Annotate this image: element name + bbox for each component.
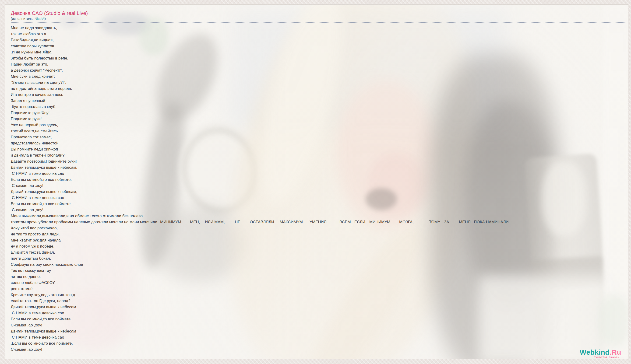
lyric-line: Пронюхала тот замес, <box>11 134 625 140</box>
lyric-line: .Если вы со мной,то все поймете. <box>11 340 625 346</box>
artist-link[interactable]: NiceVi <box>35 16 45 20</box>
lyric-line: С-самая ,ао ,хоу! <box>11 346 625 352</box>
lyric-line: Мне суки в след кричат: <box>11 74 625 80</box>
dotted-separator <box>11 22 625 23</box>
lyric-line: но я достойна ведь этого первая. <box>11 86 625 92</box>
lyric-line: Срифмую на ооу своих несколько слов <box>11 262 625 268</box>
lyric-line: С-самая ,ао ,хоу! <box>11 183 625 189</box>
lyric-line: Двигай телом,руки выше к небесам, <box>11 189 625 195</box>
lyric-line: Парни любят за это, <box>11 61 625 68</box>
lyric-line: Мне не надо завидовать, <box>11 25 625 31</box>
lyric-line: Меня выжимали,выманивали,и на обмане тек… <box>11 213 625 219</box>
lyric-line: "Зачем ты вышла на сцену?!", <box>11 80 625 86</box>
lyric-line: будто ворвалась в клуб. <box>11 104 625 110</box>
lyric-line: С-самая ,ао ,хоу! <box>11 207 625 213</box>
song-title: Девочка САО (Studio & real Live) <box>11 10 625 16</box>
logo-brand: Webkind <box>580 348 609 356</box>
lyric-line: представлялась невестой. <box>11 140 625 146</box>
lyric-line: С НАМИ в теме девочка сао <box>11 334 625 340</box>
lyric-line: Запал я пушечный <box>11 98 625 104</box>
lyrics-card: Девочка САО (Studio & real Live) (исполн… <box>5 4 628 359</box>
lyric-line: почти допитый бокал. <box>11 256 625 262</box>
lyric-line: Двигай телом,руки выше к небесам <box>11 328 625 334</box>
lyric-line: ,чтобы быть полностью в репе. <box>11 55 625 61</box>
lyric-line: сильно люблю ФАСЛОУ <box>11 280 625 286</box>
artist-prefix: (исполнитель: <box>11 16 35 20</box>
lyric-line: .И не нужны мне яйца <box>11 49 625 55</box>
page-background: Девочка САО (Studio & real Live) (исполн… <box>0 0 631 364</box>
lyric-line: Поднимите руки! <box>11 116 625 122</box>
artist-suffix: ) <box>45 16 46 20</box>
lyric-line: С НАМИ в теме девочка сао. <box>11 310 625 316</box>
lyric-line: Вы помните леди хип-хоп <box>11 146 625 152</box>
logo-domain: .Ru <box>609 348 621 356</box>
lyric-line: Если вы со мной,то все поймете. <box>11 177 625 183</box>
lyric-line: С НАМИ в теме девочка сао <box>11 170 625 177</box>
lyric-line: И в центре я качаю зал весь <box>11 92 625 98</box>
logo-wordmark: Webkind.Ru <box>580 349 621 356</box>
lyric-line: Уже не первый раз здесь, <box>11 122 625 128</box>
lyric-line: и двигала в такт,ей хлопали? <box>11 152 625 158</box>
lyric-line: Кричите хоу-хоу,ведь это хип-хоп,д <box>11 292 625 298</box>
lyric-line: Поднимите руки!Хоу! <box>11 110 625 116</box>
lyric-line: Если вы со мной,то все поймете. <box>11 316 625 322</box>
lyric-line: елайте топ-топ.Где руки, народ? <box>11 298 625 304</box>
lyric-line: Давайте повторим.Поднимите руки! <box>11 158 625 164</box>
webkind-logo[interactable]: Webkind.Ru тексты песен <box>580 349 621 359</box>
lyric-line: Если вы со мной,то все поймете. <box>11 201 625 207</box>
lyric-line: читаю не давно, <box>11 274 625 280</box>
lyrics-text: Мне не надо завидовать,так не люблю это … <box>11 25 625 352</box>
lyric-line: ну а потом уж к победе. <box>11 243 625 250</box>
lyric-line: Так вот скажу вам тоу <box>11 268 625 274</box>
lyric-line: Хочу чтоб вас раскачало, <box>11 225 625 231</box>
lyric-line: топотом прочь убегали проблемы нелепые д… <box>11 219 625 225</box>
lyric-line: сочитаю пары куплетов <box>11 43 625 49</box>
lyric-line: С-самая ,ао ,хоу! <box>11 322 625 328</box>
lyric-line: Двигай телом,руки выше к небесам, <box>11 164 625 170</box>
lyric-line: так не люблю это я. <box>11 31 625 37</box>
artist-line: (исполнитель: NiceVi) <box>11 16 625 21</box>
lyric-line: а девочки кричат "Респект!". <box>11 68 625 74</box>
lyric-line: С НАМИ в теме девочка сао <box>11 195 625 201</box>
lyric-line: не так то просто для леди. <box>11 231 625 237</box>
lyric-line: Мне хватит рук для начала <box>11 237 625 243</box>
lyric-line: Двигай телом,руки выше к небесам <box>11 304 625 310</box>
lyric-line: реп это моё <box>11 286 625 292</box>
lyric-line: Близится текста финал, <box>11 250 625 256</box>
content: Девочка САО (Studio & real Live) (исполн… <box>5 5 628 359</box>
lyric-line: Безобидная,но видная, <box>11 37 625 43</box>
lyric-line: третий всего,не смейтесь. <box>11 128 625 134</box>
